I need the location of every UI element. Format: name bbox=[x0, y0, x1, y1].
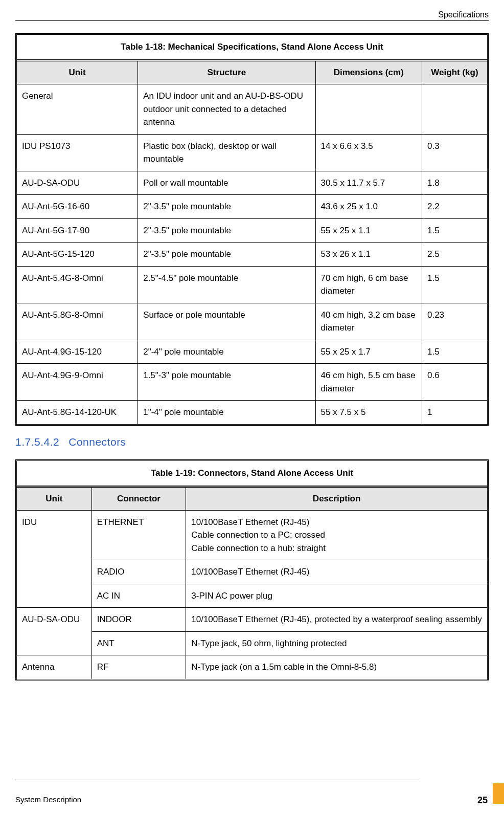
cell: 2.5"-4.5" pole mountable bbox=[138, 266, 315, 303]
col-header: Weight (kg) bbox=[422, 61, 488, 84]
col-header: Unit bbox=[16, 61, 138, 84]
cell: 0.6 bbox=[422, 364, 488, 401]
cell: AU-Ant-5.8G-8-Omni bbox=[16, 303, 138, 340]
table-1-19-caption: Table 1-19: Connectors, Stand Alone Acce… bbox=[15, 459, 489, 486]
table-row: IDUETHERNET10/100BaseT Ethernet (RJ-45) … bbox=[16, 510, 488, 560]
table-row: AU-Ant-5.8G-8-OmniSurface or pole mounta… bbox=[16, 303, 488, 340]
cell: 46 cm high, 5.5 cm base diameter bbox=[315, 364, 422, 401]
table-row: AU-Ant-4.9G-15-1202"-4" pole mountable55… bbox=[16, 340, 488, 364]
page-footer: System Description 25 bbox=[15, 780, 504, 804]
table-row: AU-Ant-5G-17-902"-3.5" pole mountable55 … bbox=[16, 218, 488, 243]
cell: 2"-3.5" pole mountable bbox=[138, 195, 315, 219]
cell: INDOOR bbox=[91, 608, 186, 632]
cell: 1.5 bbox=[422, 266, 488, 303]
cell: RADIO bbox=[91, 560, 186, 584]
cell: AU-D-SA-ODU bbox=[16, 171, 138, 195]
cell bbox=[315, 84, 422, 135]
running-header: Specifications bbox=[15, 10, 489, 21]
cell: 2.2 bbox=[422, 195, 488, 219]
cell: 1.8 bbox=[422, 171, 488, 195]
table-row: AU-D-SA-ODUINDOOR10/100BaseT Ethernet (R… bbox=[16, 608, 488, 632]
table-row: AU-Ant-5.4G-8-Omni2.5"-4.5" pole mountab… bbox=[16, 266, 488, 303]
table-row: AntennaRFN-Type jack (on a 1.5m cable in… bbox=[16, 655, 488, 680]
cell: 55 x 25 x 1.1 bbox=[315, 218, 422, 243]
col-header: Connector bbox=[91, 487, 186, 510]
cell: ANT bbox=[91, 631, 186, 655]
cell: 1.5 bbox=[422, 218, 488, 243]
cell: AC IN bbox=[91, 584, 186, 608]
cell: RF bbox=[91, 655, 186, 680]
cell: An IDU indoor unit and an AU-D-BS-ODU ou… bbox=[138, 84, 315, 135]
cell: 2"-4" pole mountable bbox=[138, 340, 315, 364]
cell: Plastic box (black), desktop or wall mou… bbox=[138, 134, 315, 171]
cell: 30.5 x 11.7 x 5.7 bbox=[315, 171, 422, 195]
table-1-18-caption: Table 1-18: Mechanical Specifications, S… bbox=[15, 33, 489, 60]
cell: 1.5"-3" pole mountable bbox=[138, 364, 315, 401]
cell: 55 x 7.5 x 5 bbox=[315, 401, 422, 425]
cell: N-Type jack, 50 ohm, lightning protected bbox=[186, 631, 488, 655]
table-row: AU-D-SA-ODUPoll or wall mountable30.5 x … bbox=[16, 171, 488, 195]
cell: N-Type jack (on a 1.5m cable in the Omni… bbox=[186, 655, 488, 680]
col-header: Dimensions (cm) bbox=[315, 61, 422, 84]
table-row: GeneralAn IDU indoor unit and an AU-D-BS… bbox=[16, 84, 488, 135]
table-row: Unit Structure Dimensions (cm) Weight (k… bbox=[16, 61, 488, 84]
cell: Surface or pole mountable bbox=[138, 303, 315, 340]
table-row: AU-Ant-4.9G-9-Omni1.5"-3" pole mountable… bbox=[16, 364, 488, 401]
section-title: Connectors bbox=[68, 436, 126, 448]
cell: AU-Ant-4.9G-9-Omni bbox=[16, 364, 138, 401]
cell: 40 cm high, 3.2 cm base diameter bbox=[315, 303, 422, 340]
cell: IDU bbox=[16, 510, 92, 608]
section-heading: 1.7.5.4.2Connectors bbox=[15, 436, 489, 448]
cell: AU-Ant-5G-17-90 bbox=[16, 218, 138, 243]
table-row: AU-Ant-5G-16-602"-3.5" pole mountable43.… bbox=[16, 195, 488, 219]
cell: Antenna bbox=[16, 655, 92, 680]
cell: 1"-4" pole mountable bbox=[138, 401, 315, 425]
cell: Poll or wall mountable bbox=[138, 171, 315, 195]
cell: 2"-3.5" pole mountable bbox=[138, 218, 315, 243]
cell: 10/100BaseT Ethernet (RJ-45) Cable conne… bbox=[186, 510, 488, 560]
cell: 10/100BaseT Ethernet (RJ-45) bbox=[186, 560, 488, 584]
table-row: AU-Ant-5G-15-1202"-3.5" pole mountable53… bbox=[16, 243, 488, 267]
cell: 43.6 x 25 x 1.0 bbox=[315, 195, 422, 219]
cell: AU-Ant-5G-16-60 bbox=[16, 195, 138, 219]
cell: 55 x 25 x 1.7 bbox=[315, 340, 422, 364]
cell: AU-Ant-5.4G-8-Omni bbox=[16, 266, 138, 303]
table-1-18: Table 1-18: Mechanical Specifications, S… bbox=[15, 33, 489, 426]
cell: 10/100BaseT Ethernet (RJ-45), protected … bbox=[186, 608, 488, 632]
page-number: 25 bbox=[472, 795, 493, 807]
cell: 53 x 26 x 1.1 bbox=[315, 243, 422, 267]
page: Specifications Table 1-18: Mechanical Sp… bbox=[0, 0, 504, 814]
cell bbox=[422, 84, 488, 135]
table-row: AU-Ant-5.8G-14-120-UK1"-4" pole mountabl… bbox=[16, 401, 488, 425]
cell: 14 x 6.6 x 3.5 bbox=[315, 134, 422, 171]
table-1-19: Table 1-19: Connectors, Stand Alone Acce… bbox=[15, 459, 489, 680]
cell: 1 bbox=[422, 401, 488, 425]
footer-divider bbox=[15, 780, 419, 780]
cell: 0.3 bbox=[422, 134, 488, 171]
cell: AU-Ant-5G-15-120 bbox=[16, 243, 138, 267]
cell: 0.23 bbox=[422, 303, 488, 340]
cell: AU-Ant-5.8G-14-120-UK bbox=[16, 401, 138, 425]
cell: 2.5 bbox=[422, 243, 488, 267]
cell: AU-D-SA-ODU bbox=[16, 608, 92, 655]
cell: 70 cm high, 6 cm base diameter bbox=[315, 266, 422, 303]
table-row: Unit Connector Description bbox=[16, 487, 488, 510]
cell: 2"-3.5" pole mountable bbox=[138, 243, 315, 267]
cell: AU-Ant-4.9G-15-120 bbox=[16, 340, 138, 364]
cell: ETHERNET bbox=[91, 510, 186, 560]
cell: IDU PS1073 bbox=[16, 134, 138, 171]
footer-left-text: System Description bbox=[15, 795, 81, 804]
cell: 1.5 bbox=[422, 340, 488, 364]
col-header: Structure bbox=[138, 61, 315, 84]
col-header: Description bbox=[186, 487, 488, 510]
cell: 3-PIN AC power plug bbox=[186, 584, 488, 608]
table-row: IDU PS1073Plastic box (black), desktop o… bbox=[16, 134, 488, 171]
page-tab-icon bbox=[493, 783, 504, 804]
section-number: 1.7.5.4.2 bbox=[15, 436, 59, 448]
cell: General bbox=[16, 84, 138, 135]
col-header: Unit bbox=[16, 487, 92, 510]
